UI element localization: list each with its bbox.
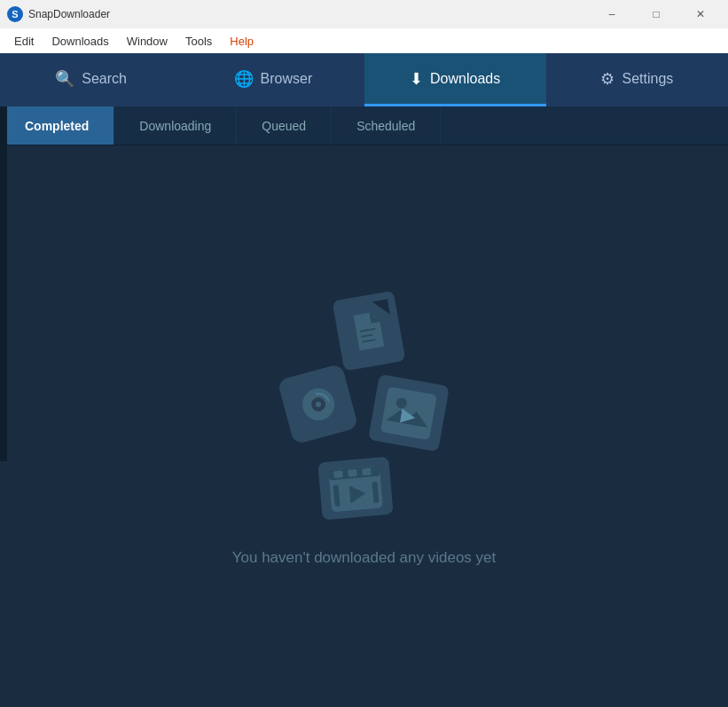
menu-help[interactable]: Help <box>223 32 261 51</box>
image-icon <box>368 373 450 452</box>
main-content: You haven't downloaded any videos yet <box>0 145 728 707</box>
left-bar <box>0 106 7 461</box>
tab-settings[interactable]: ⚙ Settings <box>546 53 728 106</box>
menu-bar: Edit Downloads Window Tools Help <box>0 28 728 53</box>
subtab-queued[interactable]: Queued <box>237 106 332 145</box>
tab-downloads-label: Downloads <box>430 71 500 87</box>
tab-search-label: Search <box>82 71 127 87</box>
empty-illustration <box>267 287 462 517</box>
subtab-downloading[interactable]: Downloading <box>114 106 237 145</box>
tab-browser-label: Browser <box>261 71 313 87</box>
title-text: SnapDownloader <box>28 8 110 20</box>
close-button[interactable]: ✕ <box>680 0 721 28</box>
tab-downloads[interactable]: ⬇ Downloads <box>364 53 546 106</box>
film-icon <box>317 456 393 520</box>
download-icon: ⬇ <box>410 69 423 89</box>
tab-search[interactable]: 🔍 Search <box>0 53 182 106</box>
title-controls: – □ ✕ <box>591 0 721 28</box>
menu-tools[interactable]: Tools <box>178 32 219 51</box>
title-bar: S SnapDownloader – □ ✕ <box>0 0 728 28</box>
subtab-completed[interactable]: Completed <box>0 106 114 145</box>
tab-browser[interactable]: 🌐 Browser <box>182 53 364 106</box>
minimize-button[interactable]: – <box>591 0 632 28</box>
sub-tabs: Completed Downloading Queued Scheduled <box>0 106 728 145</box>
search-icon: 🔍 <box>55 69 74 89</box>
menu-downloads[interactable]: Downloads <box>44 32 115 51</box>
maximize-button[interactable]: □ <box>636 0 677 28</box>
browser-icon: 🌐 <box>234 69 254 89</box>
empty-state-message: You haven't downloaded any videos yet <box>232 549 497 567</box>
audio-icon <box>277 363 358 444</box>
file-doc-icon <box>332 290 405 371</box>
nav-bar: 🔍 Search 🌐 Browser ⬇ Downloads ⚙ Setting… <box>0 53 728 106</box>
app-logo: S <box>7 6 23 22</box>
menu-edit[interactable]: Edit <box>7 32 41 51</box>
menu-window[interactable]: Window <box>120 32 175 51</box>
svg-rect-6 <box>380 386 436 440</box>
title-left: S SnapDownloader <box>7 6 110 22</box>
tab-settings-label: Settings <box>622 71 673 87</box>
settings-icon: ⚙ <box>600 69 614 89</box>
subtab-scheduled[interactable]: Scheduled <box>332 106 441 145</box>
